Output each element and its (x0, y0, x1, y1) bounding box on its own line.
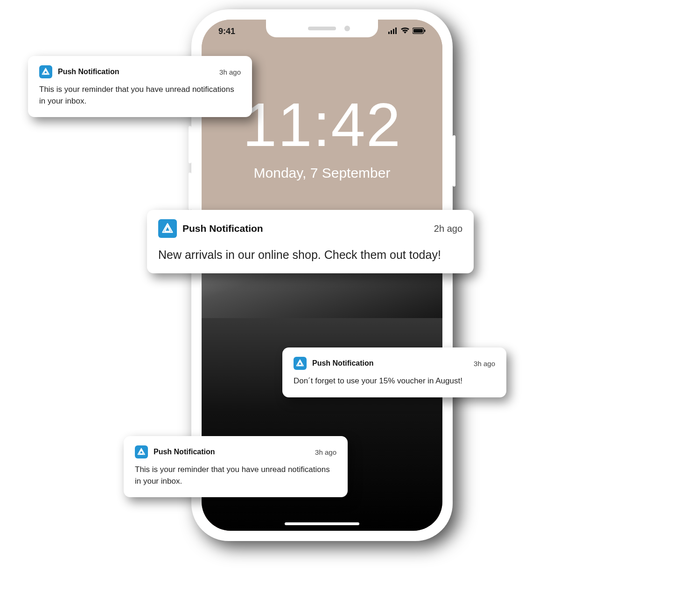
notification-time: 3h ago (315, 448, 336, 456)
notification-card[interactable]: Push Notification 3h ago This is your re… (28, 56, 252, 117)
app-icon (158, 219, 177, 238)
app-icon (294, 357, 307, 370)
notification-title: Push Notification (312, 359, 374, 368)
svg-rect-0 (388, 32, 390, 34)
app-icon (135, 445, 148, 458)
phone-side-button (453, 135, 455, 187)
home-indicator (285, 522, 359, 525)
wifi-icon (400, 27, 410, 36)
notification-card[interactable]: Push Notification 3h ago This is your re… (124, 436, 348, 497)
svg-rect-5 (413, 29, 423, 33)
notification-time: 3h ago (219, 68, 241, 76)
notification-time: 2h ago (434, 223, 462, 234)
svg-rect-1 (391, 30, 392, 34)
app-icon (39, 65, 52, 78)
battery-icon (413, 27, 426, 36)
notification-title: Push Notification (154, 448, 215, 456)
status-time: 9:41 (218, 27, 235, 36)
notification-time: 3h ago (474, 360, 495, 368)
svg-rect-2 (393, 29, 394, 34)
notification-card[interactable]: Push Notification 3h ago Don´t forget to… (282, 347, 506, 397)
signal-icon (388, 27, 398, 36)
clock-date: Monday, 7 September (202, 165, 442, 181)
notification-body: This is your reminder that you have unre… (39, 84, 241, 107)
notification-body: Don´t forget to use your 15% voucher in … (294, 375, 495, 387)
phone-notch (266, 20, 378, 37)
svg-rect-3 (395, 28, 397, 34)
camera-icon (344, 26, 350, 31)
phone-side-button (189, 173, 191, 210)
svg-rect-6 (424, 29, 426, 32)
phone-side-button (189, 126, 191, 163)
notification-body: This is your reminder that you have unre… (135, 464, 336, 487)
speaker-icon (308, 27, 336, 30)
notification-title: Push Notification (58, 68, 119, 76)
notification-card[interactable]: Push Notification 2h ago New arrivals in… (147, 210, 474, 273)
notification-body: New arrivals in our online shop. Check t… (158, 246, 462, 263)
notification-title: Push Notification (182, 223, 263, 234)
